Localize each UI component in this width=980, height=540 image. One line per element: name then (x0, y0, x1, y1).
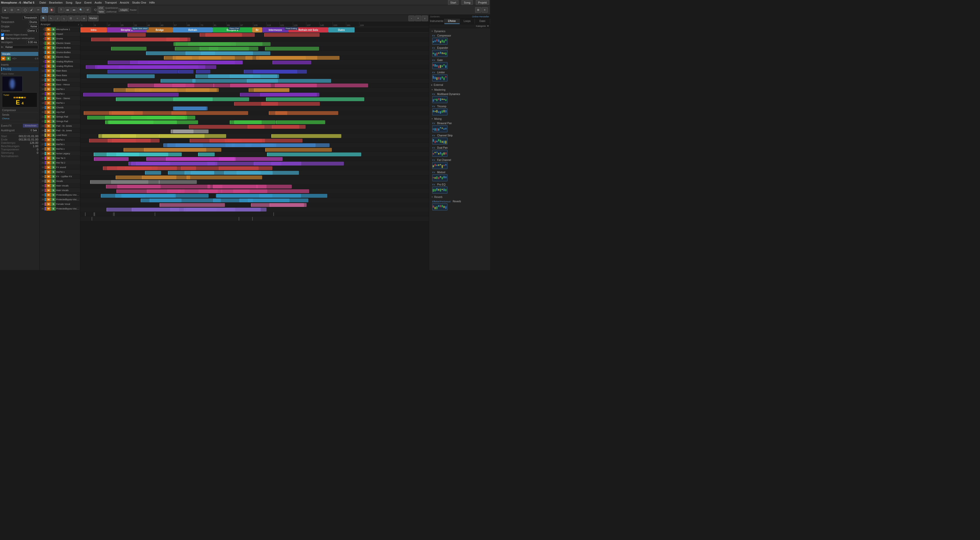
section-outro[interactable]: Outro (328, 27, 355, 32)
menu-audio[interactable]: Audio (95, 1, 102, 4)
tempo-value[interactable]: Timestretch (22, 16, 38, 20)
track-solo-btn[interactable]: S (51, 105, 56, 110)
track-row[interactable]: 10 M S Analog Rhythms (40, 64, 80, 68)
snap-btn[interactable]: ⏮ (65, 7, 71, 13)
track-solo-btn[interactable]: S (51, 174, 56, 178)
track-solo-btn[interactable]: S (51, 165, 56, 169)
track-row[interactable]: 24 M S Pad - St. Jones (40, 128, 80, 133)
clip[interactable] (116, 153, 139, 156)
track-solo-btn[interactable]: S (51, 110, 56, 114)
fx-item-expander[interactable]: FX Expander (430, 46, 489, 58)
ebenen-folgen-check[interactable] (1, 33, 4, 36)
track-mute-btn[interactable]: M (46, 78, 51, 82)
track-mute-btn[interactable]: M (46, 50, 51, 54)
track-solo-btn[interactable]: S (51, 78, 56, 82)
verzoegern-value[interactable]: 0.00 ms (27, 40, 38, 44)
track-solo-btn[interactable]: S (51, 151, 56, 156)
clip[interactable] (97, 65, 167, 69)
clip[interactable] (150, 199, 221, 202)
menu-ansicht[interactable]: Ansicht (120, 1, 129, 4)
clip[interactable] (272, 61, 311, 64)
track-row[interactable]: 29 M S Noise Legacy (40, 151, 80, 156)
track-row[interactable]: 35 M S Vocals (40, 179, 80, 183)
fx-item-multiband-dynamics[interactable]: FX Multiband Dynamics (430, 92, 489, 104)
section-br[interactable]: Br (252, 27, 262, 32)
clip[interactable] (196, 70, 211, 73)
menu-spur[interactable]: Spur (75, 1, 81, 4)
track-row[interactable]: 15 M S MaiTai x (40, 87, 80, 91)
menu-studio-one[interactable]: Studio One (132, 1, 146, 4)
track-mute-btn[interactable]: M (46, 55, 51, 59)
clip[interactable] (208, 74, 253, 78)
marker-btn[interactable]: ? (58, 7, 64, 13)
zoom-btn[interactable]: 🔍 (78, 7, 84, 13)
clip[interactable] (159, 203, 225, 207)
track-mute-btn[interactable]: M (46, 133, 51, 137)
track-solo-btn[interactable]: S (51, 115, 56, 119)
toolbar-project-btn[interactable]: Projekt (476, 0, 489, 5)
clip[interactable] (260, 93, 317, 97)
track-solo-btn[interactable]: S (51, 55, 56, 59)
note-icon-btn[interactable]: ♪ (422, 16, 428, 21)
clip[interactable] (177, 56, 221, 60)
track-mute-btn[interactable]: M (46, 101, 51, 105)
clip[interactable] (132, 116, 185, 119)
track-mute-btn[interactable]: M (46, 87, 51, 91)
track-solo-btn[interactable]: S (51, 64, 56, 68)
track-mute-btn[interactable]: M (46, 92, 51, 96)
track-mute-btn[interactable]: M (46, 124, 51, 128)
clip[interactable] (91, 38, 180, 41)
clip[interactable] (208, 185, 222, 188)
track-mute-btn[interactable]: M (46, 207, 51, 211)
tool-paint[interactable]: 🖌 (29, 7, 35, 13)
track-mute-btn[interactable]: M (46, 32, 51, 36)
chevron-down-icon[interactable]: ▼ (487, 25, 489, 27)
fx-item-channel-strip[interactable]: FX Channel Strip (430, 133, 489, 145)
track-mute-btn[interactable]: M (46, 174, 51, 178)
vocals-solo-btn[interactable]: S (6, 56, 11, 61)
menu-transport[interactable]: Transport (105, 1, 117, 4)
clip[interactable] (221, 189, 267, 193)
track-solo-btn[interactable]: S (51, 69, 56, 73)
track-mute-btn[interactable]: M (46, 59, 51, 64)
clip[interactable] (219, 166, 259, 170)
tool-pointer[interactable]: ▲ (2, 7, 8, 13)
clip[interactable] (205, 33, 242, 37)
clip[interactable] (161, 79, 196, 83)
track-mute-btn[interactable]: M (46, 73, 51, 77)
clip[interactable] (94, 212, 171, 216)
track-row[interactable]: 11 M S Main Bass (40, 68, 80, 73)
clip[interactable] (136, 162, 170, 166)
track-solo-btn[interactable]: S (51, 92, 56, 96)
clip[interactable] (198, 153, 215, 156)
clip[interactable] (115, 194, 145, 198)
track-row[interactable]: 22 M S Strings Pad (40, 119, 80, 124)
tool-mute[interactable]: 🔇 (48, 7, 55, 13)
menu-bearbeiten[interactable]: Bearbeiten (49, 1, 62, 4)
clip[interactable] (110, 120, 198, 124)
clip[interactable] (267, 153, 361, 156)
track-solo-btn[interactable]: S (51, 87, 56, 91)
track-row[interactable]: 4 M S Drums (40, 36, 80, 41)
track-solo-btn[interactable]: S (51, 41, 56, 45)
track-solo-btn[interactable]: S (51, 147, 56, 151)
clip[interactable] (107, 70, 178, 73)
track-mute-btn[interactable]: M (46, 115, 51, 119)
clip[interactable] (265, 47, 319, 51)
scrub-btn[interactable]: ↺ (84, 7, 91, 13)
track-solo-btn[interactable]: S (51, 193, 56, 197)
fx-item-binaural-pan[interactable]: FX Binaural Pan (430, 121, 489, 133)
tab-datei[interactable]: Datei (475, 19, 490, 24)
clip[interactable] (239, 217, 273, 221)
clip[interactable] (266, 97, 364, 101)
clip[interactable] (224, 171, 299, 175)
kategorie-label[interactable]: Kategorie (476, 25, 486, 27)
section-refrain[interactable]: Refrain (173, 27, 212, 32)
track-row[interactable]: 41 M S Protectedbyyou-Vocalsnir... (40, 206, 80, 211)
clip[interactable] (213, 199, 253, 202)
track-mute-btn[interactable]: M (46, 105, 51, 110)
ebenen-value[interactable]: Ebene 1 (26, 29, 38, 33)
tool-eraser[interactable]: ◯ (22, 7, 28, 13)
clip[interactable] (116, 175, 177, 179)
track-row[interactable]: 18 M S MaiTai x (40, 100, 80, 105)
